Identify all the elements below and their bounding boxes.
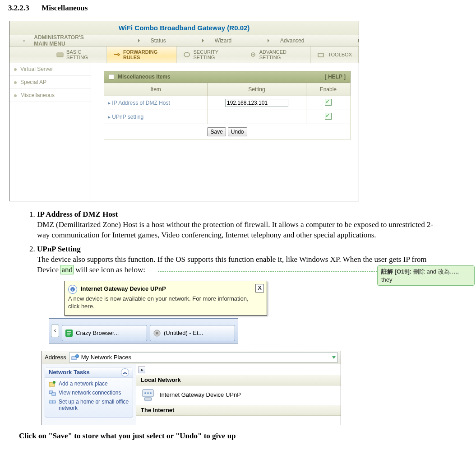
shield-icon [183, 51, 190, 58]
section-heading: 3.2.2.3 Miscellaneous [8, 4, 468, 13]
highlighted-word: and [60, 265, 74, 274]
menu-status[interactable]: Status [129, 37, 175, 44]
dmz-ip-input[interactable] [225, 99, 288, 107]
help-link[interactable]: [ HELP ] [325, 74, 346, 80]
network-places-icon [71, 354, 79, 361]
menu-logout[interactable]: Logout [349, 37, 359, 44]
router-sidebar: Virtual Server Special AP Miscellaneous [9, 63, 91, 201]
item2-desc-b: will see icon as below: [74, 265, 145, 274]
comment-connector [158, 271, 377, 272]
document-body: IP Address of DMZ Host DMZ (Demilitarize… [11, 209, 435, 425]
tab-security[interactable]: SECURITY SETTING [177, 46, 243, 63]
svg-rect-16 [49, 401, 52, 403]
menu-wizard[interactable]: Wizard [193, 37, 240, 44]
router-title: WiFi Combo Broadband Gateway (R0.02) [9, 21, 359, 35]
chevron-up-icon: ︽ [121, 368, 129, 376]
svg-rect-19 [144, 398, 152, 400]
task-setup-network[interactable]: Set up a home or small office network [49, 399, 129, 412]
svg-point-9 [156, 332, 158, 334]
review-comment: 註解 [O19]: 刪除 and 改為…., they [377, 265, 475, 286]
menu-advanced[interactable]: Advanced [259, 37, 313, 44]
taskbar-button-untitled[interactable]: (Untitled) - Et... [150, 325, 235, 341]
col-enable: Enable [306, 83, 350, 96]
app-icon [153, 329, 161, 337]
task-view-connections[interactable]: View network connections [49, 390, 129, 397]
item1-title: IP Address of DMZ Host [37, 210, 118, 218]
comment-label: 註解 [O19]: [381, 268, 411, 275]
router-menubar: ▫ ADMINISTRATOR'S MAIN MENU Status Wizar… [9, 35, 359, 46]
row-dmz-label: IP Address of DMZ Host [104, 96, 208, 110]
scroll-up-icon[interactable]: ▴ [138, 366, 145, 373]
undo-button[interactable]: Undo [228, 127, 247, 136]
svg-point-11 [75, 354, 79, 358]
dmz-enable-checkbox[interactable] [325, 99, 332, 106]
play-icon [202, 39, 204, 42]
svg-rect-15 [52, 393, 55, 395]
address-label: Address [45, 353, 66, 362]
router-content: Miscellaneous Items [ HELP ] Item Settin… [91, 63, 359, 201]
square-icon [109, 74, 114, 79]
svg-point-21 [147, 392, 149, 394]
svg-rect-0 [57, 53, 63, 57]
tasks-pane: Network Tasks ︽ Add a network place View… [42, 364, 136, 425]
taskbar-expand-icon[interactable]: ‹ [51, 325, 59, 337]
svg-point-22 [150, 392, 152, 394]
address-bar: Address My Network Places [42, 351, 341, 364]
table-row: UPnP setting [104, 110, 351, 124]
router-admin-screenshot: WiFi Combo Broadband Gateway (R0.02) ▫ A… [9, 21, 359, 201]
info-icon: i [68, 285, 77, 294]
balloon-close-button[interactable]: X [255, 284, 264, 292]
footer-instruction: Click on "Save" to store what you just s… [19, 432, 468, 441]
sidebar-item-virtual-server[interactable]: Virtual Server [9, 63, 91, 76]
button-row: Save Undo [104, 124, 351, 140]
category-the-internet: The Internet [136, 405, 341, 416]
address-field[interactable]: My Network Places [69, 353, 338, 362]
item1-desc: DMZ (Demilitarized Zone) Host is a host … [37, 220, 433, 239]
col-item: Item [104, 83, 208, 96]
svg-point-20 [144, 392, 146, 394]
arrow-icon [113, 51, 120, 58]
section-number: 3.2.2.3 [8, 4, 40, 13]
svg-rect-4 [318, 53, 323, 57]
tasks-header[interactable]: Network Tasks ︽ [45, 367, 133, 378]
browser-icon [65, 329, 73, 337]
item2-title: UPnP Setting [37, 245, 81, 253]
panel-header: Miscellaneous Items [ HELP ] [104, 71, 351, 83]
setup-network-icon [49, 399, 56, 406]
dropdown-icon [332, 356, 336, 359]
list-item: UPnP Setting The device also supports th… [37, 244, 435, 275]
upnp-enable-checkbox[interactable] [325, 113, 332, 120]
task-add-network-place[interactable]: Add a network place [49, 381, 129, 388]
gateway-device-icon [141, 388, 155, 402]
sidebar-item-special-ap[interactable]: Special AP [9, 76, 91, 89]
play-icon [358, 39, 359, 42]
balloon-title: Internet Gateway Device UPnP [81, 285, 166, 292]
taskbar-button-browser[interactable]: Crazy Browser... [62, 325, 147, 341]
svg-rect-17 [52, 401, 55, 403]
windows-taskbar: ‹ Crazy Browser... (Untitled) - Et... [49, 318, 238, 344]
folder-icon [56, 51, 64, 58]
svg-rect-10 [72, 357, 76, 360]
tab-toolbox[interactable]: TOOLBOX [311, 46, 359, 63]
admin-menu-label: ▫ ADMINISTRATOR'S MAIN MENU [23, 34, 93, 47]
tab-advanced[interactable]: ADVANCED SETTING [243, 46, 311, 63]
add-place-icon [49, 381, 56, 388]
tab-basic[interactable]: BASIC SETTING [50, 46, 107, 63]
row-upnp-label: UPnP setting [104, 110, 208, 124]
toolbox-icon [317, 51, 325, 58]
play-icon [138, 39, 140, 42]
category-local-network: Local Network [136, 375, 341, 385]
svg-point-3 [252, 54, 254, 56]
section-title: Miscellaneous [42, 4, 88, 12]
tab-forwarding[interactable]: FORWARDING RULES [107, 46, 177, 63]
router-tabbar: BASIC SETTING FORWARDING RULES SECURITY … [9, 46, 359, 63]
sidebar-item-miscellaneous[interactable]: Miscellaneous [9, 89, 91, 102]
item-internet-gateway[interactable]: Internet Gateway Device UPnP [136, 385, 341, 404]
save-button[interactable]: Save [207, 127, 226, 136]
gear-icon [250, 51, 257, 58]
col-setting: Setting [208, 83, 306, 96]
settings-table: Item Setting Enable IP Address of DMZ Ho… [104, 83, 351, 124]
svg-point-1 [184, 52, 189, 57]
connections-icon [49, 390, 56, 397]
network-places-window: Address My Network Places Network Tasks … [42, 351, 341, 425]
